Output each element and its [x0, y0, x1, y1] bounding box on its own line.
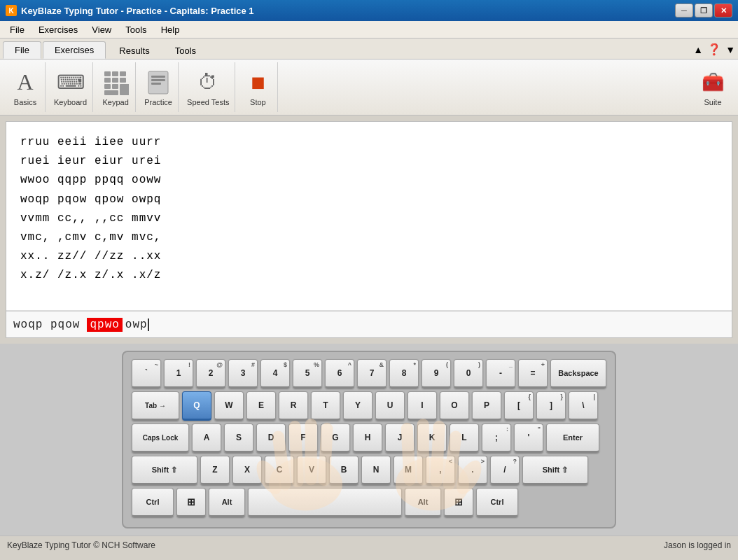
toolbar-suite[interactable]: 🧰 Suite — [693, 62, 732, 112]
key-h[interactable]: H — [353, 424, 382, 453]
key-alt-left[interactable]: Alt — [209, 488, 245, 517]
key-win-right[interactable]: ⊞ — [444, 488, 473, 517]
key-4[interactable]: $4 — [260, 359, 290, 388]
toolbar-keyboard[interactable]: ⌨ Keyboard — [48, 62, 93, 112]
restore-button[interactable]: ❐ — [695, 4, 713, 18]
key-tab[interactable]: Tab → — [132, 391, 179, 421]
key-w[interactable]: W — [214, 391, 244, 421]
svg-rect-1 — [112, 71, 118, 76]
key-backtick[interactable]: ~` — [132, 359, 161, 388]
key-v[interactable]: V — [297, 456, 326, 485]
key-e[interactable]: E — [246, 391, 276, 421]
svg-rect-8 — [120, 84, 129, 95]
tab-results[interactable]: Results — [107, 42, 161, 59]
toolbar-keypad[interactable]: Keypad — [96, 62, 136, 112]
key-enter[interactable]: Enter — [546, 424, 599, 453]
svg-rect-11 — [151, 76, 165, 78]
key-capslock[interactable]: Caps Lock — [132, 424, 189, 453]
close-button[interactable]: ✕ — [714, 4, 732, 18]
key-period[interactable]: >. — [458, 456, 487, 485]
main-content: rruu eeii iiee uurr ruei ieur eiur urei … — [6, 121, 732, 338]
key-2[interactable]: @2 — [196, 359, 225, 388]
key-l[interactable]: L — [450, 424, 479, 453]
key-minus[interactable]: _- — [486, 359, 515, 388]
key-k[interactable]: K — [417, 424, 447, 453]
key-0[interactable]: )0 — [454, 359, 483, 388]
key-o[interactable]: O — [440, 391, 469, 421]
suite-label: Suite — [704, 98, 721, 106]
key-x[interactable]: X — [232, 456, 262, 485]
key-s[interactable]: S — [224, 424, 253, 453]
svg-rect-9 — [104, 90, 118, 95]
key-row-numbers: ~` !1 @2 #3 $4 %5 ^6 &7 *8 (9 )0 _- += B… — [132, 359, 606, 388]
key-quote[interactable]: "' — [514, 424, 543, 453]
key-8[interactable]: *8 — [389, 359, 419, 388]
toolbar-basics[interactable]: A Basics — [6, 62, 46, 112]
status-bar: KeyBlaze Typing Tutor © NCH Software Jas… — [0, 536, 738, 554]
key-win-left[interactable]: ⊞ — [176, 488, 206, 517]
key-3[interactable]: #3 — [228, 359, 258, 388]
key-j[interactable]: J — [385, 424, 415, 453]
key-alt-right[interactable]: Alt — [405, 488, 441, 517]
input-line[interactable]: woqp pqow qpwo owp — [6, 311, 732, 337]
key-shift-right[interactable]: Shift ⇧ — [522, 456, 588, 485]
key-shift-left[interactable]: Shift ⇧ — [132, 456, 197, 485]
toolbar-practice[interactable]: Practice — [139, 62, 179, 112]
key-space[interactable] — [248, 488, 402, 517]
tab-exercises[interactable]: Exercises — [43, 41, 106, 59]
key-backslash[interactable]: |\ — [569, 391, 598, 421]
key-bracket-right[interactable]: }] — [536, 391, 566, 421]
keyboard: ~` !1 @2 #3 $4 %5 ^6 &7 *8 (9 )0 _- += B… — [122, 351, 616, 528]
key-bracket-left[interactable]: {[ — [504, 391, 534, 421]
key-y[interactable]: Y — [343, 391, 373, 421]
menu-tools[interactable]: Tools — [118, 23, 153, 36]
key-1[interactable]: !1 — [164, 359, 193, 388]
key-r[interactable]: R — [279, 391, 308, 421]
menu-view[interactable]: View — [85, 23, 118, 36]
key-u[interactable]: U — [375, 391, 405, 421]
key-g[interactable]: G — [321, 424, 350, 453]
keyboard-icon: ⌨ — [57, 69, 85, 97]
ribbon-collapse-button[interactable]: ▲ — [693, 44, 703, 55]
key-comma[interactable]: <, — [426, 456, 455, 485]
key-i[interactable]: I — [408, 391, 437, 421]
help-button[interactable]: ❓ — [707, 43, 721, 56]
input-error-text: qpwo — [87, 318, 122, 332]
text-cursor — [148, 318, 149, 331]
menu-file[interactable]: File — [3, 23, 32, 36]
key-n[interactable]: N — [361, 456, 391, 485]
ribbon-menu-button[interactable]: ▼ — [725, 44, 735, 55]
key-backspace[interactable]: Backspace — [550, 359, 606, 388]
key-d[interactable]: D — [256, 424, 286, 453]
key-6[interactable]: ^6 — [325, 359, 354, 388]
key-a[interactable]: A — [192, 424, 221, 453]
key-7[interactable]: &7 — [357, 359, 387, 388]
menu-exercises[interactable]: Exercises — [32, 23, 85, 36]
key-b[interactable]: B — [329, 456, 358, 485]
tab-file[interactable]: File — [3, 41, 41, 59]
key-ctrl-left[interactable]: Ctrl — [132, 488, 174, 517]
practice-line-7: x.z/ /z.x z/.x .x/z — [20, 266, 718, 285]
menu-help[interactable]: Help — [154, 23, 187, 36]
key-z[interactable]: Z — [200, 456, 230, 485]
key-equals[interactable]: += — [518, 359, 548, 388]
toolbar-speed-tests[interactable]: ⏱ Speed Tests — [181, 62, 235, 112]
key-5[interactable]: %5 — [293, 359, 322, 388]
key-9[interactable]: (9 — [422, 359, 451, 388]
tab-tools[interactable]: Tools — [163, 42, 208, 59]
key-f[interactable]: F — [288, 424, 318, 453]
input-correct-text: woqp pqow — [13, 318, 80, 331]
key-ctrl-right[interactable]: Ctrl — [476, 488, 518, 517]
toolbar-stop[interactable]: ■ Stop — [238, 62, 278, 112]
key-p[interactable]: P — [472, 391, 501, 421]
key-semicolon[interactable]: :; — [482, 424, 511, 453]
key-slash[interactable]: ?/ — [490, 456, 520, 485]
key-c[interactable]: C — [265, 456, 294, 485]
minimize-button[interactable]: ─ — [675, 4, 693, 18]
basics-label: Basics — [14, 98, 36, 106]
key-t[interactable]: T — [311, 391, 340, 421]
practice-text-area: rruu eeii iiee uurr ruei ieur eiur urei … — [6, 122, 732, 311]
practice-line-6: xx.. zz// //zz ..xx — [20, 247, 718, 266]
key-q[interactable]: Q — [182, 391, 211, 421]
key-m[interactable]: M — [394, 456, 423, 485]
